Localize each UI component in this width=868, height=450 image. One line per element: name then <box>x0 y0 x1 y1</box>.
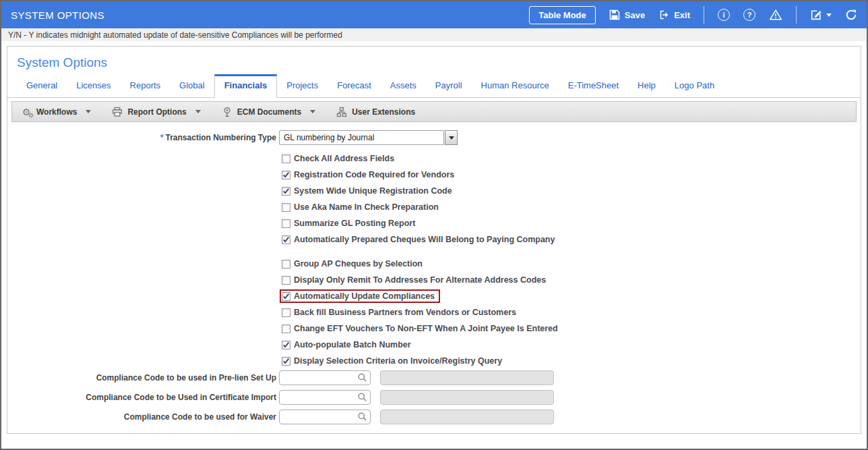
table-mode-button[interactable]: Table Mode <box>529 6 596 24</box>
dropdown-button[interactable] <box>445 130 458 145</box>
compliance-fields: Compliance Code to be used in Pre-lien S… <box>7 370 861 424</box>
compliance-row-compliance-code-to-be-used-for-waiver: Compliance Code to be used for Waiver <box>7 410 861 424</box>
org-chart-icon <box>336 106 348 118</box>
chevron-down-icon[interactable] <box>86 110 91 113</box>
refresh-icon <box>845 9 857 21</box>
warning-icon <box>769 9 782 21</box>
tab-financials[interactable]: Financials <box>214 74 278 98</box>
chevron-down-icon <box>449 136 454 140</box>
tab-global[interactable]: Global <box>170 74 214 97</box>
checkbox-label: Automatically Prepared Cheques Will Belo… <box>294 235 555 244</box>
tab-licenses[interactable]: Licenses <box>67 74 120 97</box>
checkbox-row-check-all-address-fields: Check All Address Fields <box>280 152 400 165</box>
selected-value: GL numbering by Journal <box>279 130 444 145</box>
search-icon[interactable] <box>357 412 367 422</box>
field-label: Compliance Code to be used in Pre-lien S… <box>7 373 276 383</box>
toolbar-item-label: Report Options <box>127 107 186 117</box>
window-title: SYSTEM OPTIONS <box>11 9 104 21</box>
page-title: System Options <box>17 55 861 70</box>
warnings-button[interactable] <box>769 9 782 21</box>
printer-icon <box>111 106 123 118</box>
checkbox-automatically-update-compliances[interactable] <box>282 292 290 301</box>
compliance-code-searchbox <box>279 390 371 405</box>
help-button[interactable]: ? <box>743 9 755 21</box>
checkbox-label: Change EFT Vouchers To Non-EFT When A Jo… <box>294 324 558 333</box>
checkbox-row-system-wide-unique-registration-code: System Wide Unique Registration Code <box>280 184 458 198</box>
toolbar-item-label: Workflows <box>36 107 77 117</box>
tab-human-resource[interactable]: Human Resource <box>472 74 559 97</box>
titlebar-actions: Table Mode Save Exit i ? <box>529 6 857 24</box>
tabs: GeneralLicensesReportsGlobalFinancialsPr… <box>7 74 861 98</box>
checkbox-row-group-ap-cheques-by-selection: Group AP Cheques by Selection <box>280 257 428 271</box>
checkbox-row-auto-populate-batch-number: Auto-populate Batch Number <box>280 338 416 351</box>
checkbox-label: Auto-populate Batch Number <box>294 340 411 349</box>
checkbox-system-wide-unique-registration-code[interactable] <box>282 187 290 196</box>
exit-button[interactable]: Exit <box>658 9 690 20</box>
tab-assets[interactable]: Assets <box>381 74 426 97</box>
checkbox-label: System Wide Unique Registration Code <box>294 186 452 196</box>
save-label: Save <box>625 10 645 20</box>
checkbox-row-summarize-gl-posting-report: Summarize GL Posting Report <box>280 217 421 230</box>
transaction-numbering-row: *Transaction Numbering Type GL numbering… <box>7 130 861 145</box>
search-icon[interactable] <box>357 372 367 383</box>
tab-forecast[interactable]: Forecast <box>328 74 381 97</box>
checkbox-registration-code-required-for-vendors[interactable] <box>282 171 290 179</box>
chevron-down-icon[interactable] <box>195 110 201 113</box>
info-button[interactable]: i <box>718 9 730 21</box>
checkbox-auto-populate-batch-number[interactable] <box>282 341 290 349</box>
tab-general[interactable]: General <box>17 74 67 97</box>
checkbox-display-only-remit-to-addresses-for-alternate-address-codes[interactable] <box>282 276 290 285</box>
user-extensions-button[interactable]: User Extensions <box>336 106 424 118</box>
checkbox-use-aka-name-in-check-preparation[interactable] <box>282 203 290 212</box>
checkbox-groups: Check All Address FieldsRegistration Cod… <box>280 152 861 368</box>
checkbox-group-ap-cheques-by-selection[interactable] <box>282 260 290 269</box>
titlebar-separator <box>796 6 797 24</box>
exit-icon <box>658 9 669 20</box>
checkbox-row-automatically-update-compliances: Automatically Update Compliances <box>280 289 440 303</box>
checkbox-label: Summarize GL Posting Report <box>294 219 415 228</box>
compliance-description-field <box>380 370 554 385</box>
field-label: Compliance Code to be Used in Certificat… <box>7 393 276 402</box>
checkbox-label: Display Selection Criteria on Invoice/Re… <box>294 356 502 366</box>
search-icon[interactable] <box>357 392 367 402</box>
chevron-down-icon[interactable] <box>310 110 315 113</box>
save-button[interactable]: Save <box>609 9 645 20</box>
chevron-down-icon <box>826 13 832 17</box>
checkbox-display-selection-criteria-on-invoice-registry-query[interactable] <box>282 357 290 366</box>
tab-logo-path[interactable]: Logo Path <box>665 74 724 97</box>
transaction-numbering-type-select[interactable]: GL numbering by Journal <box>279 130 458 145</box>
tab-e-timesheet[interactable]: E-TimeSheet <box>559 74 628 97</box>
workflows-button[interactable]: ⚙⚙Workflows <box>20 106 91 118</box>
checkbox-label: Automatically Update Compliances <box>294 291 435 301</box>
ecm-documents-button[interactable]: ECM Documents <box>221 106 315 118</box>
toolbar-item-label: User Extensions <box>352 107 415 117</box>
transaction-numbering-label: *Transaction Numbering Type <box>7 133 276 142</box>
checkbox-group-1: Check All Address FieldsRegistration Cod… <box>280 152 861 246</box>
checkbox-summarize-gl-posting-report[interactable] <box>282 219 290 228</box>
tab-help[interactable]: Help <box>628 74 665 97</box>
system-options-window: SYSTEM OPTIONS Table Mode Save Exit i ? <box>0 0 868 450</box>
checkbox-group-2: Group AP Cheques by SelectionDisplay Onl… <box>280 257 861 368</box>
required-marker: * <box>160 133 164 142</box>
refresh-button[interactable] <box>845 9 857 21</box>
checkbox-back-fill-business-partners-from-vendors-or-customers[interactable] <box>282 308 290 317</box>
tab-projects[interactable]: Projects <box>277 74 328 97</box>
main-panel: System Options GeneralLicensesReportsGlo… <box>7 46 861 434</box>
checkbox-label: Registration Code Required for Vendors <box>294 170 454 179</box>
compliance-row-compliance-code-to-be-used-in-certificate-import: Compliance Code to be Used in Certificat… <box>7 390 861 405</box>
save-icon <box>609 9 620 20</box>
tab-payroll[interactable]: Payroll <box>426 74 472 97</box>
checkbox-row-display-selection-criteria-on-invoice-registry-query: Display Selection Criteria on Invoice/Re… <box>280 354 507 368</box>
tab-reports[interactable]: Reports <box>121 74 170 97</box>
edit-note-icon <box>810 9 822 21</box>
checkbox-row-use-aka-name-in-check-preparation: Use Aka Name In Check Preparation <box>280 200 444 214</box>
report-options-button[interactable]: Report Options <box>111 106 200 118</box>
checkbox-automatically-prepared-cheques-will-belong-to-paying-company[interactable] <box>282 235 290 244</box>
checkbox-check-all-address-fields[interactable] <box>282 154 290 163</box>
checkbox-row-change-eft-vouchers-to-non-eft-when-a-joint-payee-is-entered: Change EFT Vouchers To Non-EFT When A Jo… <box>280 322 563 335</box>
checkbox-change-eft-vouchers-to-non-eft-when-a-joint-payee-is-entered[interactable] <box>282 325 290 333</box>
field-label: Compliance Code to be used for Waiver <box>7 412 276 422</box>
notes-menu-button[interactable] <box>810 9 832 21</box>
titlebar-separator <box>704 6 704 24</box>
titlebar: SYSTEM OPTIONS Table Mode Save Exit i ? <box>1 1 867 28</box>
